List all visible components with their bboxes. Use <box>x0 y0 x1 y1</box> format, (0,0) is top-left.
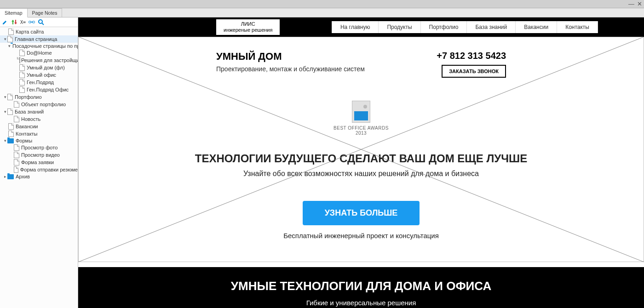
award-text-line2: 2013 <box>106 131 616 136</box>
collapse-icon[interactable]: ▾ <box>3 37 7 41</box>
collapse-icon[interactable]: ▾ <box>3 95 7 99</box>
band2-line1: Гибкие и универсальные решения <box>306 299 416 307</box>
edit-icon[interactable] <box>2 19 8 25</box>
hero-section: УМНЫЙ ДОМ Проектирование, монтаж и обслу… <box>78 37 644 267</box>
tree-item-portfolio-object[interactable]: Объект портфолио <box>0 101 78 108</box>
tree-item-landing-pages[interactable]: ▾Посадочные страницы по продукта <box>0 43 78 49</box>
toolbar-x-label: X= <box>20 20 26 25</box>
hero-headline2: ТЕХНОЛОГИИ БУДУЩЕГО СДЕЛАЮТ ВАШ ДОМ ЕЩЕ … <box>106 152 616 165</box>
learn-more-button[interactable]: УЗНАТЬ БОЛЬШЕ <box>303 201 420 225</box>
nav-products[interactable]: Продукты <box>379 21 420 33</box>
sidebar-tab-strip: Sitemap Page Notes <box>0 8 644 17</box>
award-image-placeholder <box>352 101 370 123</box>
sort-icon[interactable] <box>11 20 17 24</box>
tree-item-do-home[interactable]: Do@Home <box>0 49 78 57</box>
collapse-icon[interactable]: ▾ <box>3 138 7 143</box>
svg-point-3 <box>39 20 42 23</box>
collapse-icon[interactable]: ▾ <box>8 44 11 48</box>
tree-item-contacts[interactable]: Контакты <box>0 130 78 137</box>
page-icon <box>14 152 19 158</box>
logo[interactable]: ЛИИС инжереные решения <box>216 19 280 35</box>
cta-subtext: Бесплатный инженерный проект и консульта… <box>106 232 616 240</box>
folder-icon <box>7 138 14 143</box>
tree-item-vacancies[interactable]: Вакансии <box>0 123 78 130</box>
page-icon <box>8 29 14 35</box>
expand-icon[interactable]: ▸ <box>3 174 7 179</box>
page-icon <box>19 50 25 56</box>
tree-item-portfolio[interactable]: ▾Портфолио <box>0 93 78 101</box>
nav-knowledge-base[interactable]: База знаний <box>467 21 516 33</box>
tree-item-home[interactable]: ▾Главная страница <box>0 35 78 43</box>
nav-contacts[interactable]: Контакты <box>557 21 598 33</box>
award-text-line1: BEST OFFICE AWARDS <box>106 125 616 131</box>
page-icon <box>14 144 19 151</box>
nav-home[interactable]: На главную <box>332 21 379 33</box>
main-nav: На главную Продукты Портфолио База знани… <box>332 21 598 33</box>
page-icon <box>19 64 25 71</box>
hero-sub2: Узнайте обо всех возможностях наших реше… <box>106 170 616 178</box>
page-icon <box>19 72 25 78</box>
logo-line2: инжереные решения <box>224 27 272 33</box>
nav-portfolio[interactable]: Портфолио <box>421 21 467 33</box>
page-icon <box>14 166 18 173</box>
hero-title: УМНЫЙ ДОМ <box>216 51 365 63</box>
tree-item-gen-contract-office[interactable]: Ген.Подряд Офис <box>0 86 78 93</box>
page-icon <box>14 101 19 108</box>
folder-icon <box>7 174 14 179</box>
design-canvas[interactable]: ЛИИС инжереные решения На главную Продук… <box>78 17 644 308</box>
phone-number: +7 812 313 5423 <box>437 51 506 61</box>
tree-item-gen-contract[interactable]: Ген.Подряд <box>0 79 78 86</box>
page-icon <box>7 36 13 42</box>
tab-page-notes[interactable]: Page Notes <box>28 8 63 17</box>
tree-item-view-photo[interactable]: Просмотр фото <box>0 144 78 151</box>
page-icon <box>7 108 13 115</box>
band2-title: УМНЫЕ ТЕХНОЛОГИИ ДЛЯ ДОМА И ОФИСА <box>78 279 644 293</box>
sitemap-tree: Карта сайта ▾Главная страница ▾Посадочны… <box>0 27 78 308</box>
link-icon[interactable] <box>29 19 35 25</box>
tree-item-solutions-developers[interactable]: Решения для застройщиков <box>0 57 78 64</box>
tree-item-form-request[interactable]: Форма заявки <box>0 159 78 166</box>
page-icon <box>14 159 19 165</box>
close-icon[interactable]: ✕ <box>637 0 642 7</box>
hero-subtitle: Проектирование, монтаж и обслуживание си… <box>216 65 365 73</box>
page-icon <box>7 94 13 100</box>
page-icon <box>8 123 14 130</box>
topbar: ЛИИС инжереные решения На главную Продук… <box>78 17 644 37</box>
page-icon <box>19 79 25 86</box>
svg-line-4 <box>42 23 44 25</box>
page-icon <box>14 116 19 122</box>
tree-item-sitemap-root[interactable]: Карта сайта <box>0 28 78 35</box>
search-icon[interactable] <box>38 19 44 25</box>
window-titlebar: — ✕ <box>0 0 644 8</box>
tree-item-view-video[interactable]: Просмотр видео <box>0 151 78 159</box>
minimize-icon[interactable]: — <box>628 0 634 7</box>
tree-item-archive[interactable]: ▸Архив <box>0 173 78 180</box>
collapse-icon[interactable]: ▾ <box>3 109 7 114</box>
tree-item-form-resume[interactable]: Форма отправки резюме <box>0 166 78 173</box>
page-icon <box>8 131 14 137</box>
tree-item-smart-office[interactable]: Умный офис <box>0 71 78 79</box>
logo-line1: ЛИИС <box>224 21 272 27</box>
tab-sitemap[interactable]: Sitemap <box>0 8 28 17</box>
tree-item-forms[interactable]: ▾Формы <box>0 137 78 144</box>
tree-item-news[interactable]: Новость <box>0 115 78 123</box>
sitemap-sidebar: X= Карта сайта ▾Главная страница ▾Посадо… <box>0 17 78 308</box>
sidebar-toolbar: X= <box>0 17 78 27</box>
page-icon <box>19 86 25 93</box>
tree-item-knowledge-base[interactable]: ▾База знаний <box>0 108 78 115</box>
band-smart-tech: УМНЫЕ ТЕХНОЛОГИИ ДЛЯ ДОМА И ОФИСА Гибкие… <box>78 267 644 308</box>
tree-item-smart-home-fl[interactable]: Умный дом (фл) <box>0 64 78 71</box>
request-call-button[interactable]: ЗАКАЗАТЬ ЗВОНОК <box>442 65 506 78</box>
nav-vacancies[interactable]: Вакансии <box>516 21 557 33</box>
